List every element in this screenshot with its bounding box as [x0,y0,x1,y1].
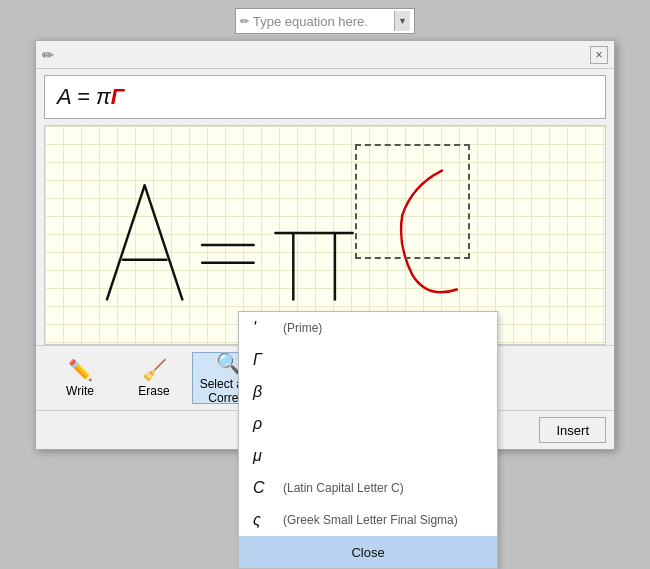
equation-input-bar[interactable]: ✏ Type equation here. ▼ [235,8,415,34]
pencil-icon: ✏ [240,15,249,28]
svg-line-0 [107,185,145,299]
correction-item-latin-c[interactable]: C (Latin Capital Letter C) [239,472,497,504]
equation-placeholder: Type equation here. [253,14,390,29]
dialog-close-button[interactable]: × [590,46,608,64]
select-icon: 🔍 [216,351,241,375]
erase-icon: 🧹 [142,358,167,382]
symbol-gamma: Γ [253,351,273,369]
formula-display: A = πΓ [44,75,606,119]
correction-item-rho[interactable]: ρ [239,408,497,440]
correction-menu: ' (Prime) Γ β ρ μ C (Latin Capital Let [238,311,498,569]
dialog-title-icon: ✏ [42,47,54,63]
top-bar: ✏ Type equation here. ▼ [0,0,650,40]
desc-prime: (Prime) [283,321,322,335]
symbol-prime: ' [253,319,273,337]
symbol-mu: μ [253,447,273,465]
erase-label: Erase [138,384,169,398]
insert-button[interactable]: Insert [539,417,606,443]
desc-final-sigma: (Greek Small Letter Final Sigma) [283,513,458,527]
symbol-rho: ρ [253,415,273,433]
correction-item-mu[interactable]: μ [239,440,497,472]
svg-line-1 [145,185,183,299]
erase-button[interactable]: 🧹 Erase [118,352,190,404]
correction-item-prime[interactable]: ' (Prime) [239,312,497,344]
correction-item-beta[interactable]: β [239,376,497,408]
symbol-final-sigma: ς [253,511,273,529]
titlebar-left: ✏ [42,47,54,63]
correction-item-final-sigma[interactable]: ς (Greek Small Letter Final Sigma) [239,504,497,536]
symbol-beta: β [253,383,273,401]
canvas-wrapper: ' (Prime) Γ β ρ μ C (Latin Capital Let [36,125,614,345]
write-button[interactable]: ✏️ Write [44,352,116,404]
desc-latin-c: (Latin Capital Letter C) [283,481,404,495]
correction-close-button[interactable]: Close [239,536,497,568]
write-icon: ✏️ [68,358,93,382]
dialog-titlebar: ✏ × [36,41,614,69]
symbol-latin-c: C [253,479,273,497]
formula-text-gamma: Γ [111,84,124,109]
math-input-dialog: ✏ × A = πΓ [35,40,615,450]
correction-item-gamma[interactable]: Γ [239,344,497,376]
formula-text-plain: A = π [57,84,111,109]
write-label: Write [66,384,94,398]
equation-dropdown-arrow[interactable]: ▼ [394,11,410,31]
